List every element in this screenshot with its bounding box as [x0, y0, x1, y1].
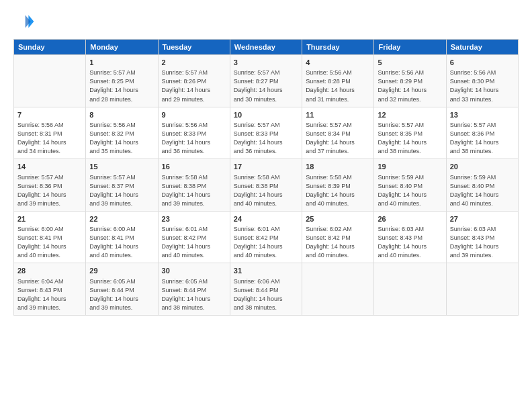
col-header-thursday: Thursday: [302, 40, 374, 55]
cell-1-7: 6Sunrise: 5:56 AM Sunset: 8:30 PM Daylig…: [446, 55, 518, 107]
day-number: 23: [162, 214, 226, 224]
cell-3-7: 20Sunrise: 5:59 AM Sunset: 8:40 PM Dayli…: [446, 159, 518, 212]
cell-5-1: 28Sunrise: 6:04 AM Sunset: 8:43 PM Dayli…: [14, 263, 86, 316]
cell-5-6: [374, 263, 446, 316]
day-number: 13: [450, 110, 515, 120]
cell-text: Sunrise: 6:01 AM Sunset: 8:42 PM Dayligh…: [162, 225, 226, 260]
day-number: 5: [378, 58, 442, 68]
cell-text: Sunrise: 5:57 AM Sunset: 8:36 PM Dayligh…: [450, 121, 515, 156]
cell-5-4: 31Sunrise: 6:06 AM Sunset: 8:44 PM Dayli…: [230, 263, 302, 316]
cell-5-3: 30Sunrise: 6:05 AM Sunset: 8:44 PM Dayli…: [158, 263, 230, 316]
day-number: 14: [17, 162, 82, 172]
cell-4-7: 27Sunrise: 6:03 AM Sunset: 8:43 PM Dayli…: [446, 211, 518, 263]
cell-text: Sunrise: 6:04 AM Sunset: 8:43 PM Dayligh…: [17, 277, 82, 312]
week-row-5: 28Sunrise: 6:04 AM Sunset: 8:43 PM Dayli…: [14, 263, 519, 316]
cell-4-4: 24Sunrise: 6:01 AM Sunset: 8:42 PM Dayli…: [230, 211, 302, 263]
day-number: 24: [234, 214, 298, 224]
cell-5-5: [302, 263, 374, 316]
cell-text: Sunrise: 6:05 AM Sunset: 8:44 PM Dayligh…: [162, 277, 226, 312]
cell-1-5: 4Sunrise: 5:56 AM Sunset: 8:28 PM Daylig…: [302, 55, 374, 107]
cell-text: Sunrise: 5:56 AM Sunset: 8:32 PM Dayligh…: [89, 121, 154, 156]
cell-text: Sunrise: 6:00 AM Sunset: 8:41 PM Dayligh…: [89, 225, 154, 260]
cell-text: Sunrise: 5:59 AM Sunset: 8:40 PM Dayligh…: [450, 173, 515, 208]
cell-1-3: 2Sunrise: 5:57 AM Sunset: 8:26 PM Daylig…: [158, 55, 230, 107]
cell-text: Sunrise: 5:58 AM Sunset: 8:38 PM Dayligh…: [234, 173, 298, 208]
cell-text: Sunrise: 5:59 AM Sunset: 8:40 PM Dayligh…: [378, 173, 442, 208]
day-number: 18: [306, 162, 370, 172]
cell-text: Sunrise: 5:57 AM Sunset: 8:25 PM Dayligh…: [89, 68, 154, 103]
col-header-sunday: Sunday: [14, 40, 86, 55]
cell-2-3: 9Sunrise: 5:56 AM Sunset: 8:33 PM Daylig…: [158, 107, 230, 159]
day-number: 29: [89, 266, 154, 276]
day-number: 27: [450, 214, 515, 224]
day-number: 12: [378, 110, 442, 120]
cell-5-7: [446, 263, 518, 316]
col-header-tuesday: Tuesday: [158, 40, 230, 55]
cell-text: Sunrise: 5:56 AM Sunset: 8:33 PM Dayligh…: [162, 121, 226, 156]
day-number: 7: [17, 110, 82, 120]
cell-text: Sunrise: 6:01 AM Sunset: 8:42 PM Dayligh…: [234, 225, 298, 260]
cell-text: Sunrise: 5:56 AM Sunset: 8:31 PM Dayligh…: [17, 121, 82, 156]
day-number: 30: [162, 266, 226, 276]
cell-text: Sunrise: 5:57 AM Sunset: 8:26 PM Dayligh…: [162, 68, 226, 103]
cell-1-2: 1Sunrise: 5:57 AM Sunset: 8:25 PM Daylig…: [86, 55, 158, 107]
cell-3-3: 16Sunrise: 5:58 AM Sunset: 8:38 PM Dayli…: [158, 159, 230, 212]
day-number: 28: [17, 266, 82, 276]
day-number: 20: [450, 162, 515, 172]
cell-3-2: 15Sunrise: 5:57 AM Sunset: 8:37 PM Dayli…: [86, 159, 158, 212]
day-number: 15: [89, 162, 154, 172]
cell-text: Sunrise: 5:57 AM Sunset: 8:27 PM Dayligh…: [234, 68, 298, 103]
calendar-table: SundayMondayTuesdayWednesdayThursdayFrid…: [13, 39, 519, 316]
cell-2-4: 10Sunrise: 5:57 AM Sunset: 8:33 PM Dayli…: [230, 107, 302, 159]
week-row-3: 14Sunrise: 5:57 AM Sunset: 8:36 PM Dayli…: [14, 159, 519, 212]
day-number: 6: [450, 58, 515, 68]
col-header-monday: Monday: [86, 40, 158, 55]
cell-text: Sunrise: 5:58 AM Sunset: 8:38 PM Dayligh…: [162, 173, 226, 208]
day-number: 2: [162, 58, 226, 68]
cell-4-5: 25Sunrise: 6:02 AM Sunset: 8:42 PM Dayli…: [302, 211, 374, 263]
week-row-2: 7Sunrise: 5:56 AM Sunset: 8:31 PM Daylig…: [14, 107, 519, 159]
cell-1-1: [14, 55, 86, 107]
day-number: 31: [234, 266, 298, 276]
cell-3-4: 17Sunrise: 5:58 AM Sunset: 8:38 PM Dayli…: [230, 159, 302, 212]
col-header-friday: Friday: [374, 40, 446, 55]
cell-2-2: 8Sunrise: 5:56 AM Sunset: 8:32 PM Daylig…: [86, 107, 158, 159]
cell-text: Sunrise: 5:58 AM Sunset: 8:39 PM Dayligh…: [306, 173, 370, 208]
cell-text: Sunrise: 5:57 AM Sunset: 8:35 PM Dayligh…: [378, 121, 442, 156]
cell-text: Sunrise: 5:57 AM Sunset: 8:36 PM Dayligh…: [17, 173, 82, 208]
day-number: 25: [306, 214, 370, 224]
day-number: 26: [378, 214, 442, 224]
day-number: 1: [89, 58, 154, 68]
cell-text: Sunrise: 6:05 AM Sunset: 8:44 PM Dayligh…: [89, 277, 154, 312]
cell-2-7: 13Sunrise: 5:57 AM Sunset: 8:36 PM Dayli…: [446, 107, 518, 159]
cell-text: Sunrise: 6:03 AM Sunset: 8:43 PM Dayligh…: [378, 225, 442, 260]
cell-text: Sunrise: 5:57 AM Sunset: 8:34 PM Dayligh…: [306, 121, 370, 156]
day-number: 11: [306, 110, 370, 120]
cell-text: Sunrise: 5:56 AM Sunset: 8:30 PM Dayligh…: [450, 68, 515, 103]
cell-4-6: 26Sunrise: 6:03 AM Sunset: 8:43 PM Dayli…: [374, 211, 446, 263]
cell-text: Sunrise: 5:57 AM Sunset: 8:37 PM Dayligh…: [89, 173, 154, 208]
cell-2-1: 7Sunrise: 5:56 AM Sunset: 8:31 PM Daylig…: [14, 107, 86, 159]
cell-4-1: 21Sunrise: 6:00 AM Sunset: 8:41 PM Dayli…: [14, 211, 86, 263]
day-number: 22: [89, 214, 154, 224]
cell-5-2: 29Sunrise: 6:05 AM Sunset: 8:44 PM Dayli…: [86, 263, 158, 316]
cell-3-6: 19Sunrise: 5:59 AM Sunset: 8:40 PM Dayli…: [374, 159, 446, 212]
cell-2-6: 12Sunrise: 5:57 AM Sunset: 8:35 PM Dayli…: [374, 107, 446, 159]
logo: [13, 11, 38, 32]
cell-4-2: 22Sunrise: 6:00 AM Sunset: 8:41 PM Dayli…: [86, 211, 158, 263]
cell-text: Sunrise: 6:00 AM Sunset: 8:41 PM Dayligh…: [17, 225, 82, 260]
cell-1-6: 5Sunrise: 5:56 AM Sunset: 8:29 PM Daylig…: [374, 55, 446, 107]
cell-3-1: 14Sunrise: 5:57 AM Sunset: 8:36 PM Dayli…: [14, 159, 86, 212]
day-number: 16: [162, 162, 226, 172]
cell-text: Sunrise: 5:57 AM Sunset: 8:33 PM Dayligh…: [234, 121, 298, 156]
day-number: 17: [234, 162, 298, 172]
week-row-1: 1Sunrise: 5:57 AM Sunset: 8:25 PM Daylig…: [14, 55, 519, 107]
cell-text: Sunrise: 6:02 AM Sunset: 8:42 PM Dayligh…: [306, 225, 370, 260]
cell-text: Sunrise: 5:56 AM Sunset: 8:29 PM Dayligh…: [378, 68, 442, 103]
cell-4-3: 23Sunrise: 6:01 AM Sunset: 8:42 PM Dayli…: [158, 211, 230, 263]
logo-icon: [13, 11, 35, 32]
cell-text: Sunrise: 6:06 AM Sunset: 8:44 PM Dayligh…: [234, 277, 298, 312]
cell-2-5: 11Sunrise: 5:57 AM Sunset: 8:34 PM Dayli…: [302, 107, 374, 159]
cell-text: Sunrise: 6:03 AM Sunset: 8:43 PM Dayligh…: [450, 225, 515, 260]
col-header-saturday: Saturday: [446, 40, 518, 55]
